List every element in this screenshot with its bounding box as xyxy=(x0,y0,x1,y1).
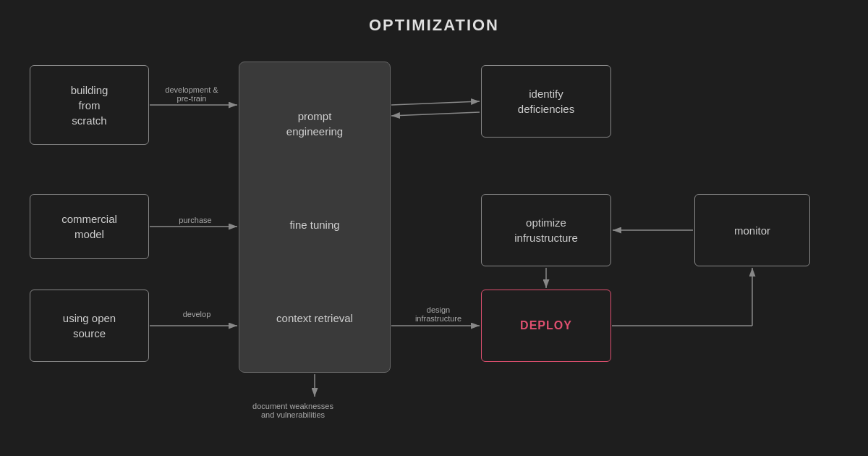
label-design-infrastructure: design infrastructure xyxy=(402,305,475,323)
box-optimize-infrastructure: optimize infrustructure xyxy=(481,194,611,266)
box-prompt-engineering-label: prompt engineering xyxy=(286,109,343,139)
label-development-pretrain: development & pre-train xyxy=(152,85,231,103)
svg-line-6 xyxy=(391,112,480,116)
page-title: OPTIMIZATION xyxy=(0,0,868,35)
diagram-container: OPTIMIZATION building from scratch comme… xyxy=(0,0,868,456)
label-develop: develop xyxy=(161,310,233,318)
box-center-panel: prompt engineering fine tuning context r… xyxy=(239,62,391,373)
box-deploy: DEPLOY xyxy=(481,290,611,362)
box-context-retrieval-label: context retrieval xyxy=(276,311,353,326)
box-monitor: monitor xyxy=(694,194,810,266)
label-purchase: purchase xyxy=(159,216,231,224)
svg-line-5 xyxy=(391,101,480,105)
box-identify-deficiencies: identify deficiencies xyxy=(481,65,611,138)
box-fine-tuning-label: fine tuning xyxy=(289,217,339,232)
box-commercial-model: commercial model xyxy=(30,194,149,259)
box-using-open-source: using open source xyxy=(30,290,149,362)
label-document-weaknesses: document weaknesses and vulnerabilities xyxy=(217,402,369,419)
box-building-from-scratch: building from scratch xyxy=(30,65,149,145)
